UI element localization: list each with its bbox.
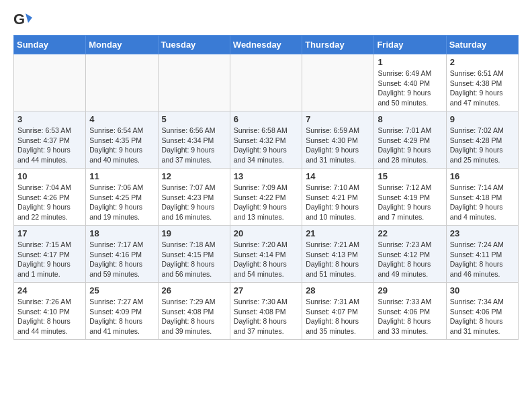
day-number: 13 (234, 171, 298, 181)
weekday-header: Saturday (446, 36, 518, 54)
day-number: 29 (378, 285, 442, 295)
day-number: 21 (306, 228, 370, 238)
day-number: 8 (378, 114, 442, 124)
day-number: 5 (162, 114, 226, 124)
calendar-cell: 21Sunrise: 7:21 AM Sunset: 4:13 PM Dayli… (302, 226, 374, 283)
day-info: Sunrise: 7:06 AM Sunset: 4:25 PM Dayligh… (89, 183, 154, 222)
day-number: 4 (89, 114, 154, 124)
calendar-cell: 26Sunrise: 7:29 AM Sunset: 4:08 PM Dayli… (158, 283, 230, 340)
day-number: 30 (450, 285, 515, 295)
calendar-cell: 4Sunrise: 6:54 AM Sunset: 4:35 PM Daylig… (86, 111, 158, 169)
day-info: Sunrise: 7:07 AM Sunset: 4:23 PM Dayligh… (162, 183, 226, 222)
day-info: Sunrise: 7:12 AM Sunset: 4:19 PM Dayligh… (378, 183, 442, 222)
calendar-week-row: 17Sunrise: 7:15 AM Sunset: 4:17 PM Dayli… (14, 226, 519, 283)
calendar-cell (14, 54, 86, 111)
day-info: Sunrise: 7:26 AM Sunset: 4:10 PM Dayligh… (17, 297, 82, 336)
weekday-header: Sunday (14, 36, 86, 54)
day-number: 25 (89, 285, 154, 295)
calendar-cell: 25Sunrise: 7:27 AM Sunset: 4:09 PM Dayli… (86, 283, 158, 340)
calendar-cell: 22Sunrise: 7:23 AM Sunset: 4:12 PM Dayli… (374, 226, 446, 283)
day-number: 12 (162, 171, 226, 181)
day-info: Sunrise: 7:15 AM Sunset: 4:17 PM Dayligh… (17, 240, 82, 279)
svg-text:G: G (13, 11, 25, 28)
calendar-cell: 29Sunrise: 7:33 AM Sunset: 4:06 PM Dayli… (374, 283, 446, 340)
day-info: Sunrise: 7:20 AM Sunset: 4:14 PM Dayligh… (234, 240, 298, 279)
calendar-cell: 3Sunrise: 6:53 AM Sunset: 4:37 PM Daylig… (14, 111, 86, 169)
calendar-cell: 30Sunrise: 7:34 AM Sunset: 4:06 PM Dayli… (446, 283, 518, 340)
calendar-cell: 20Sunrise: 7:20 AM Sunset: 4:14 PM Dayli… (230, 226, 302, 283)
calendar-cell: 10Sunrise: 7:04 AM Sunset: 4:26 PM Dayli… (14, 169, 86, 226)
calendar-header-row: SundayMondayTuesdayWednesdayThursdayFrid… (14, 36, 519, 54)
day-number: 10 (17, 171, 82, 181)
logo: G (13, 11, 35, 30)
day-info: Sunrise: 6:54 AM Sunset: 4:35 PM Dayligh… (89, 126, 154, 165)
day-info: Sunrise: 6:56 AM Sunset: 4:34 PM Dayligh… (162, 126, 226, 165)
day-info: Sunrise: 7:33 AM Sunset: 4:06 PM Dayligh… (378, 297, 442, 336)
day-info: Sunrise: 7:18 AM Sunset: 4:15 PM Dayligh… (162, 240, 226, 279)
calendar-cell: 2Sunrise: 6:51 AM Sunset: 4:38 PM Daylig… (446, 54, 518, 111)
calendar-cell: 11Sunrise: 7:06 AM Sunset: 4:25 PM Dayli… (86, 169, 158, 226)
calendar-week-row: 10Sunrise: 7:04 AM Sunset: 4:26 PM Dayli… (14, 169, 519, 226)
calendar-week-row: 24Sunrise: 7:26 AM Sunset: 4:10 PM Dayli… (14, 283, 519, 340)
day-number: 3 (17, 114, 82, 124)
day-number: 26 (162, 285, 226, 295)
svg-marker-1 (26, 13, 32, 23)
day-info: Sunrise: 6:51 AM Sunset: 4:38 PM Dayligh… (450, 68, 515, 108)
calendar-cell: 13Sunrise: 7:09 AM Sunset: 4:22 PM Dayli… (230, 169, 302, 226)
calendar-cell: 5Sunrise: 6:56 AM Sunset: 4:34 PM Daylig… (158, 111, 230, 169)
calendar-cell: 18Sunrise: 7:17 AM Sunset: 4:16 PM Dayli… (86, 226, 158, 283)
logo-icon: G (13, 11, 32, 30)
calendar-week-row: 1Sunrise: 6:49 AM Sunset: 4:40 PM Daylig… (14, 54, 519, 111)
calendar-cell: 8Sunrise: 7:01 AM Sunset: 4:29 PM Daylig… (374, 111, 446, 169)
day-info: Sunrise: 7:10 AM Sunset: 4:21 PM Dayligh… (306, 183, 370, 222)
day-number: 14 (306, 171, 370, 181)
calendar-cell: 1Sunrise: 6:49 AM Sunset: 4:40 PM Daylig… (374, 54, 446, 111)
day-info: Sunrise: 7:29 AM Sunset: 4:08 PM Dayligh… (162, 297, 226, 336)
calendar-cell: 7Sunrise: 6:59 AM Sunset: 4:30 PM Daylig… (302, 111, 374, 169)
calendar-cell: 12Sunrise: 7:07 AM Sunset: 4:23 PM Dayli… (158, 169, 230, 226)
calendar-cell (302, 54, 374, 111)
day-info: Sunrise: 7:01 AM Sunset: 4:29 PM Dayligh… (378, 126, 442, 165)
calendar-table: SundayMondayTuesdayWednesdayThursdayFrid… (13, 35, 519, 340)
day-number: 22 (378, 228, 442, 238)
day-number: 9 (450, 114, 515, 124)
weekday-header: Wednesday (230, 36, 302, 54)
calendar-cell: 14Sunrise: 7:10 AM Sunset: 4:21 PM Dayli… (302, 169, 374, 226)
day-number: 15 (378, 171, 442, 181)
day-number: 11 (89, 171, 154, 181)
calendar-cell: 16Sunrise: 7:14 AM Sunset: 4:18 PM Dayli… (446, 169, 518, 226)
calendar-cell: 9Sunrise: 7:02 AM Sunset: 4:28 PM Daylig… (446, 111, 518, 169)
day-info: Sunrise: 7:24 AM Sunset: 4:11 PM Dayligh… (450, 240, 515, 279)
calendar-cell: 23Sunrise: 7:24 AM Sunset: 4:11 PM Dayli… (446, 226, 518, 283)
day-number: 16 (450, 171, 515, 181)
day-number: 28 (306, 285, 370, 295)
calendar-cell: 17Sunrise: 7:15 AM Sunset: 4:17 PM Dayli… (14, 226, 86, 283)
calendar-cell (230, 54, 302, 111)
day-number: 17 (17, 228, 82, 238)
weekday-header: Thursday (302, 36, 374, 54)
day-number: 19 (162, 228, 226, 238)
day-info: Sunrise: 7:27 AM Sunset: 4:09 PM Dayligh… (89, 297, 154, 336)
calendar-cell: 27Sunrise: 7:30 AM Sunset: 4:08 PM Dayli… (230, 283, 302, 340)
weekday-header: Friday (374, 36, 446, 54)
header: G (13, 11, 519, 30)
weekday-header: Monday (86, 36, 158, 54)
day-number: 23 (450, 228, 515, 238)
day-number: 18 (89, 228, 154, 238)
day-info: Sunrise: 6:53 AM Sunset: 4:37 PM Dayligh… (17, 126, 82, 165)
day-info: Sunrise: 7:14 AM Sunset: 4:18 PM Dayligh… (450, 183, 515, 222)
day-info: Sunrise: 6:58 AM Sunset: 4:32 PM Dayligh… (234, 126, 298, 165)
day-info: Sunrise: 6:59 AM Sunset: 4:30 PM Dayligh… (306, 126, 370, 165)
day-info: Sunrise: 7:30 AM Sunset: 4:08 PM Dayligh… (234, 297, 298, 336)
day-number: 24 (17, 285, 82, 295)
day-info: Sunrise: 7:23 AM Sunset: 4:12 PM Dayligh… (378, 240, 442, 279)
day-info: Sunrise: 7:02 AM Sunset: 4:28 PM Dayligh… (450, 126, 515, 165)
day-number: 20 (234, 228, 298, 238)
calendar-cell: 6Sunrise: 6:58 AM Sunset: 4:32 PM Daylig… (230, 111, 302, 169)
calendar-cell: 15Sunrise: 7:12 AM Sunset: 4:19 PM Dayli… (374, 169, 446, 226)
day-info: Sunrise: 7:31 AM Sunset: 4:07 PM Dayligh… (306, 297, 370, 336)
day-info: Sunrise: 7:09 AM Sunset: 4:22 PM Dayligh… (234, 183, 298, 222)
day-number: 7 (306, 114, 370, 124)
day-info: Sunrise: 7:34 AM Sunset: 4:06 PM Dayligh… (450, 297, 515, 336)
day-info: Sunrise: 7:17 AM Sunset: 4:16 PM Dayligh… (89, 240, 154, 279)
